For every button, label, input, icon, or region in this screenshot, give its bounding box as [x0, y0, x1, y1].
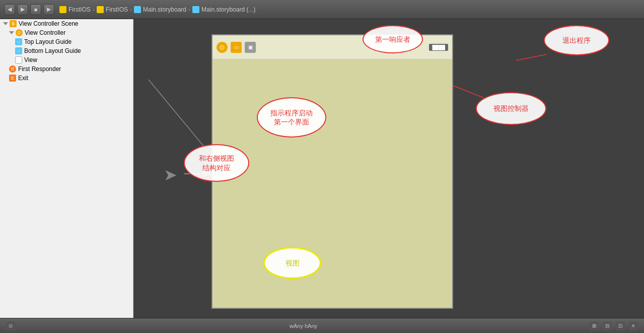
- main-layout: S View Controller Scene ⊙ View Controlle…: [0, 19, 644, 318]
- breadcrumb-sep-3: ›: [188, 6, 190, 13]
- sidebar: S View Controller Scene ⊙ View Controlle…: [0, 19, 133, 318]
- phone-canvas[interactable]: [212, 59, 452, 308]
- sidebar-label-scene: View Controller Scene: [19, 20, 79, 27]
- svg-line-3: [516, 54, 546, 60]
- phone-frame: ⊙ ▭ ▣ ████: [211, 34, 453, 309]
- bubble-view-controller: 视图控制器: [476, 92, 546, 125]
- entry-arrow: ➤: [164, 165, 177, 184]
- sidebar-label-exit: Exit: [18, 75, 28, 82]
- canvas-area[interactable]: ➤ ⊙ ▭ ▣ ████ 第一响应者 退出程序 视图控制器: [133, 19, 644, 318]
- breadcrumb-sep-1: ›: [93, 6, 95, 13]
- status-center: wAny hAny: [17, 323, 590, 329]
- breadcrumb-item-4[interactable]: Main.storyboard (...): [192, 6, 255, 13]
- phone-battery: ████: [429, 44, 448, 51]
- sidebar-label-bottom-layout: Bottom Layout Guide: [24, 47, 81, 54]
- size-label: wAny hAny: [290, 323, 317, 329]
- phone-back-btn[interactable]: ⊙: [217, 42, 228, 53]
- sidebar-label-view: View: [24, 56, 37, 63]
- bubble-correspond-text: 和右侧视图 结构对应: [199, 154, 234, 172]
- breadcrumb-item-2[interactable]: FirstIOS: [97, 6, 128, 13]
- device-icon-2[interactable]: ⊟: [603, 321, 612, 330]
- scene-icon: S: [10, 20, 17, 27]
- bottom-layout-icon: □: [15, 47, 22, 54]
- breadcrumb-label-1: FirstIOS: [68, 6, 91, 13]
- stop-button[interactable]: ■: [30, 4, 41, 15]
- bubble-view: 视图: [263, 247, 321, 279]
- bubble-view-text: 视图: [285, 258, 300, 268]
- bubble-quit-app: 退出程序: [544, 25, 609, 55]
- status-right: ⊞ ⊟ ⊡ ≡: [590, 321, 638, 330]
- status-left: ⊙: [6, 321, 17, 330]
- breadcrumb-label-2: FirstIOS: [106, 6, 128, 13]
- responder-icon: R: [9, 65, 16, 73]
- toolbar: ◀ ▶ ■ ▶ FirstIOS › FirstIOS › Main.story…: [0, 0, 644, 19]
- device-icon-3[interactable]: ⊡: [616, 321, 625, 330]
- device-icon-4[interactable]: ≡: [629, 321, 638, 330]
- bubble-quit-app-text: 退出程序: [562, 36, 591, 45]
- bubble-launch-first: 指示程序启动 第一个界面: [257, 97, 326, 138]
- location-icon: ⊙: [6, 321, 15, 330]
- top-layout-icon: □: [15, 38, 22, 45]
- breadcrumb-label-4: Main.storyboard (...): [201, 6, 255, 13]
- exit-icon: E: [9, 75, 16, 82]
- bubble-view-controller-text: 视图控制器: [493, 104, 529, 113]
- vc-icon: ⊙: [16, 29, 23, 36]
- sidebar-item-scene[interactable]: S View Controller Scene: [0, 19, 133, 28]
- bubble-launch-first-text: 指示程序启动 第一个界面: [270, 108, 313, 126]
- sidebar-item-view[interactable]: View: [0, 55, 133, 64]
- sidebar-item-first-responder[interactable]: R First Responder: [0, 64, 133, 74]
- sidebar-item-vc[interactable]: ⊙ View Controller: [0, 28, 133, 37]
- bubble-first-responder-text: 第一响应者: [375, 35, 410, 44]
- sidebar-item-bottom-layout[interactable]: □ Bottom Layout Guide: [0, 46, 133, 55]
- bubble-correspond: 和右侧视图 结构对应: [184, 144, 249, 182]
- breadcrumb: FirstIOS › FirstIOS › Main.storyboard › …: [59, 6, 255, 13]
- phone-gray-btn[interactable]: ▣: [245, 42, 256, 53]
- sidebar-item-exit[interactable]: E Exit: [0, 74, 133, 83]
- sidebar-item-top-layout[interactable]: □ Top Layout Guide: [0, 37, 133, 46]
- breadcrumb-item-1[interactable]: FirstIOS: [59, 6, 91, 13]
- breadcrumb-label-3: Main.storyboard: [143, 6, 186, 13]
- nav-forward-button[interactable]: ▶: [17, 4, 28, 15]
- status-bar: ⊙ wAny hAny ⊞ ⊟ ⊡ ≡: [0, 318, 644, 333]
- sidebar-label-vc: View Controller: [25, 29, 65, 36]
- nav-back-button[interactable]: ◀: [4, 4, 15, 15]
- sidebar-label-first-responder: First Responder: [18, 65, 61, 73]
- collapse-triangle-vc: [9, 31, 14, 34]
- view-icon: [15, 56, 22, 63]
- sidebar-label-top-layout: Top Layout Guide: [24, 38, 71, 45]
- breadcrumb-sep-2: ›: [130, 6, 132, 13]
- collapse-triangle-scene: [3, 22, 8, 25]
- run-button[interactable]: ▶: [43, 4, 54, 15]
- bubble-first-responder: 第一响应者: [363, 25, 423, 53]
- breadcrumb-item-3[interactable]: Main.storyboard: [134, 6, 186, 13]
- phone-action-btn[interactable]: ▭: [231, 42, 242, 53]
- toolbar-controls: ◀ ▶ ■ ▶: [4, 4, 54, 15]
- device-icon-1[interactable]: ⊞: [590, 321, 599, 330]
